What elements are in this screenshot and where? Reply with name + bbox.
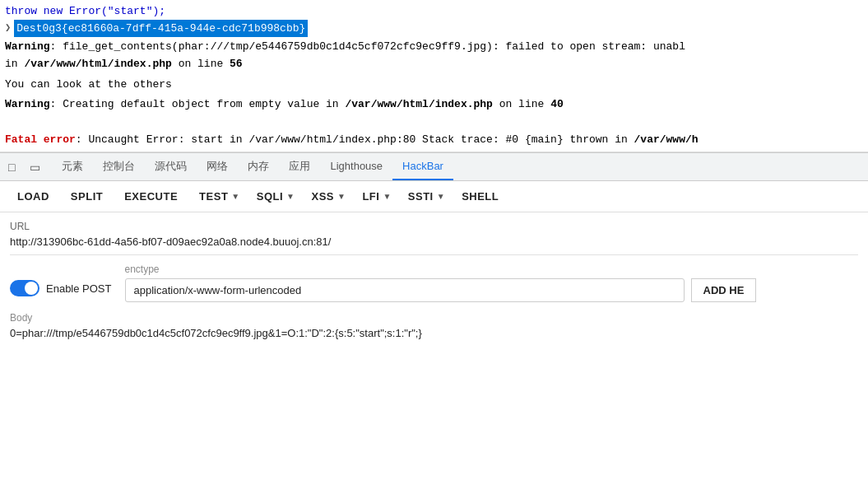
fatal-location: /var/www/h xyxy=(634,133,699,146)
sqli-label: SQLI xyxy=(257,190,283,203)
warning-line-2: 40 xyxy=(550,98,564,110)
body-section: Body 0=phar:///tmp/e5446759db0c1d4c5cf07… xyxy=(10,312,858,339)
url-separator xyxy=(10,254,858,255)
tab-hackbar[interactable]: HackBar xyxy=(392,153,453,180)
test-arrow-icon: ▼ xyxy=(231,192,239,201)
url-label: URL xyxy=(10,221,858,232)
normal-line: You can look at the others xyxy=(5,75,863,96)
post-label: Enable POST xyxy=(46,282,112,295)
shell-button[interactable]: SHELL xyxy=(453,186,508,207)
enable-post-toggle[interactable] xyxy=(10,280,39,296)
xss-arrow-icon: ▼ xyxy=(337,192,346,201)
warning-block-1: Warning: file_get_contents(phar:///tmp/e… xyxy=(5,37,863,75)
post-section: Enable POST enctype application/x-www-fo… xyxy=(10,263,858,302)
dest-highlight[interactable]: Dest0g3{ec81660a-7dff-415a-944e-cdc71b99… xyxy=(14,20,308,38)
tab-network[interactable]: 网络 xyxy=(197,153,238,180)
ssti-label: SSTI xyxy=(408,190,434,203)
load-button[interactable]: LOAD xyxy=(8,186,58,207)
add-header-button[interactable]: ADD HE xyxy=(691,278,757,302)
enctype-select[interactable]: application/x-www-form-urlencoded multip… xyxy=(125,278,685,302)
tab-sources[interactable]: 源代码 xyxy=(145,153,197,180)
xss-dropdown[interactable]: XSS ▼ xyxy=(302,186,350,207)
warning-label-1: Warning xyxy=(5,40,50,53)
dest-line: ❯ Dest0g3{ec81660a-7dff-415a-944e-cdc71b… xyxy=(5,20,863,38)
hackbar-content: URL http://313906bc-61dd-4a56-bf07-d09ae… xyxy=(0,212,868,347)
warning-label-2: Warning xyxy=(5,98,50,110)
enctype-row: application/x-www-form-urlencoded multip… xyxy=(125,278,859,302)
ssti-dropdown[interactable]: SSTI ▼ xyxy=(399,186,449,207)
warning-line-label-2: on line xyxy=(493,98,550,110)
throw-line: throw new Error("start"); xyxy=(5,3,863,20)
ssti-arrow-icon: ▼ xyxy=(437,192,445,201)
hackbar-toolbar: LOAD SPLIT EXECUTE TEST ▼ SQLI ▼ XSS ▼ L… xyxy=(0,181,868,212)
lfi-dropdown[interactable]: LFI ▼ xyxy=(353,186,395,207)
tab-elements[interactable]: 元素 xyxy=(52,153,93,180)
body-value: 0=phar:///tmp/e5446759db0c1d4c5cf072cfc9… xyxy=(10,327,858,339)
tab-console[interactable]: 控制台 xyxy=(93,153,145,180)
warning-msg-2: : Creating default object from empty val… xyxy=(50,98,346,110)
fatal-msg: : Uncaught Error: start in /var/www/html… xyxy=(76,133,634,146)
tab-application[interactable]: 应用 xyxy=(279,153,320,180)
xss-label: XSS xyxy=(311,190,334,203)
warning-block-2: Warning: Creating default object from em… xyxy=(5,95,863,115)
test-label: TEST xyxy=(199,190,228,203)
inspect-icon[interactable]: □ xyxy=(5,159,18,175)
enctype-label: enctype xyxy=(125,263,859,275)
warning-line-label-1: on line xyxy=(172,58,230,70)
warning-location-2: /var/www/html/index.php xyxy=(345,98,492,110)
warning-location-prefix-1: in xyxy=(5,58,24,70)
post-toggle-area: Enable POST xyxy=(10,263,112,296)
tab-memory[interactable]: 内存 xyxy=(238,153,279,180)
devtools-icons: □ ▭ xyxy=(5,159,44,175)
test-dropdown[interactable]: TEST ▼ xyxy=(190,186,244,207)
lfi-arrow-icon: ▼ xyxy=(383,192,391,201)
normal-msg: You can look at the others xyxy=(5,78,172,91)
enctype-area: enctype application/x-www-form-urlencode… xyxy=(125,263,859,302)
throw-code: throw new Error("start"); xyxy=(5,5,165,17)
lfi-label: LFI xyxy=(362,190,379,203)
body-label: Body xyxy=(10,312,858,324)
devtools-tabbar: □ ▭ 元素 控制台 源代码 网络 内存 应用 Lighthouse HackB… xyxy=(0,152,868,181)
code-area: throw new Error("start"); ❯ Dest0g3{ec81… xyxy=(0,0,868,152)
sqli-arrow-icon: ▼ xyxy=(286,192,295,201)
url-value: http://313906bc-61dd-4a56-bf07-d09aec92a… xyxy=(10,236,858,248)
split-button[interactable]: SPLIT xyxy=(62,186,112,207)
sqli-dropdown[interactable]: SQLI ▼ xyxy=(248,186,299,207)
fatal-block: Fatal error: Uncaught Error: start in /v… xyxy=(5,132,863,152)
execute-button[interactable]: EXECUTE xyxy=(115,186,187,207)
tab-lighthouse[interactable]: Lighthouse xyxy=(320,153,392,180)
device-icon[interactable]: ▭ xyxy=(26,159,44,175)
arrow-indicator: ❯ xyxy=(5,21,11,35)
warning-line-1: 56 xyxy=(230,58,243,70)
warning-location-1: /var/www/html/index.php xyxy=(24,58,171,70)
warning-msg-1: : file_get_contents(phar:///tmp/e5446759… xyxy=(50,40,685,53)
devtools-tabs: 元素 控制台 源代码 网络 内存 应用 Lighthouse HackBar xyxy=(52,153,453,180)
fatal-label: Fatal error xyxy=(5,133,76,146)
